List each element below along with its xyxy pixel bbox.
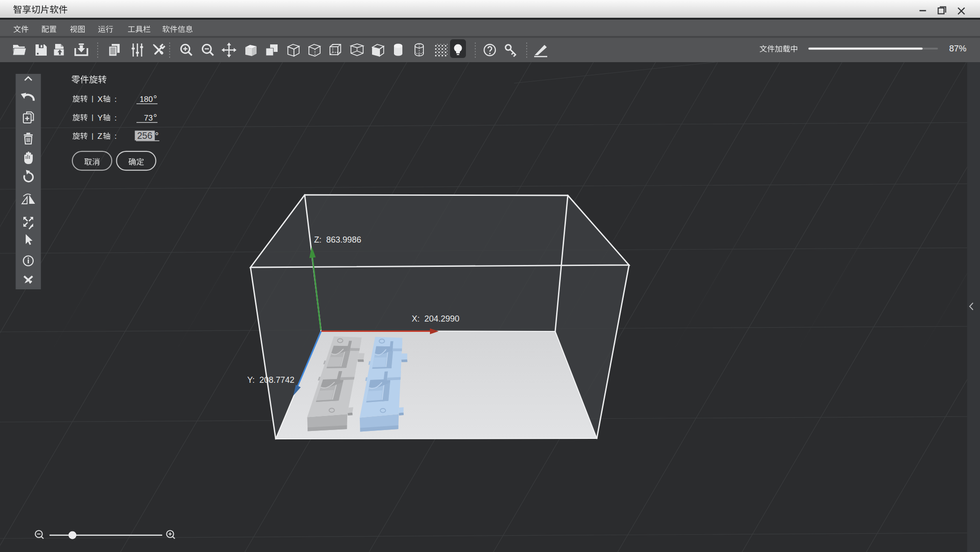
svg-text:Z: 863.9986: Z: 863.9986 xyxy=(314,235,361,244)
svg-text:|: | xyxy=(92,94,93,102)
svg-text:Z: Z xyxy=(98,132,102,141)
svg-text:°: ° xyxy=(153,113,157,123)
svg-text:Y: Y xyxy=(98,114,103,122)
svg-text::: : xyxy=(114,95,117,104)
svg-text:°: ° xyxy=(153,94,157,104)
svg-text:°: ° xyxy=(155,131,159,141)
svg-text:Y: 208.7742: Y: 208.7742 xyxy=(247,375,294,385)
svg-text::: : xyxy=(114,132,117,141)
svg-text:73: 73 xyxy=(144,114,153,122)
svg-text:X: X xyxy=(98,95,103,104)
svg-text:|: | xyxy=(92,113,93,121)
svg-text:87%: 87% xyxy=(949,43,966,53)
svg-text:X: 204.2990: X: 204.2990 xyxy=(412,314,459,323)
svg-text::: : xyxy=(114,114,117,122)
svg-text:180: 180 xyxy=(140,95,153,104)
svg-text:|: | xyxy=(92,132,93,140)
svg-text:256: 256 xyxy=(137,130,153,141)
